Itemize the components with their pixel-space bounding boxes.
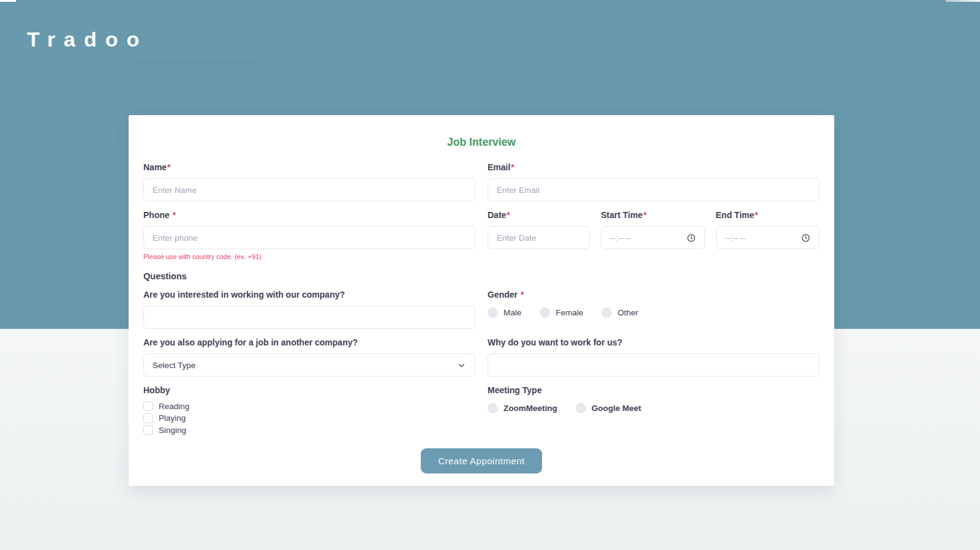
required-asterisk: *: [511, 162, 514, 172]
checkbox-icon[interactable]: [143, 401, 153, 411]
phone-input[interactable]: [143, 226, 475, 249]
checkbox-icon[interactable]: [143, 413, 153, 423]
submit-row: Create Appointment: [143, 448, 820, 473]
gender-field-group: Gender* Male Female Other: [488, 290, 820, 329]
hobby-checkbox-reading[interactable]: Reading: [143, 401, 475, 411]
radio-icon[interactable]: [601, 307, 612, 318]
meeting-type-label: Meeting Type: [488, 385, 820, 395]
why-work-question-group: Why do you want to work for us?: [488, 337, 820, 377]
date-field-group: Date* Enter Date: [488, 210, 590, 249]
clock-icon: [801, 233, 810, 243]
checkbox-icon[interactable]: [143, 425, 153, 435]
hobby-options: Reading Playing Singing: [143, 401, 475, 435]
other-company-select[interactable]: Select Type: [143, 353, 475, 377]
job-interview-form-card: Job Interview Name* Email* Phone* Please…: [129, 115, 834, 486]
start-time-label: Start Time*: [601, 210, 705, 220]
required-asterisk: *: [167, 162, 170, 172]
phone-field-group: Phone* Please use with country code. (ex…: [143, 210, 475, 260]
radio-icon[interactable]: [488, 307, 498, 318]
email-input[interactable]: [488, 178, 820, 202]
hobby-checkbox-playing[interactable]: Playing: [143, 413, 475, 423]
hobby-checkbox-singing[interactable]: Singing: [143, 425, 475, 435]
hobby-label: Hobby: [143, 385, 475, 395]
name-label: Name*: [143, 162, 475, 172]
email-field-group: Email*: [488, 162, 820, 202]
why-work-question-input[interactable]: [488, 353, 820, 377]
other-company-question-label: Are you also applying for a job in anoth…: [143, 337, 475, 347]
other-company-question-group: Are you also applying for a job in anoth…: [143, 337, 475, 377]
email-label: Email*: [488, 162, 820, 172]
meeting-type-radio-google-meet[interactable]: Google Meet: [576, 403, 641, 413]
datetime-field-group: Date* Enter Date Start Time* --:-- --: [488, 210, 820, 260]
chevron-down-icon: [457, 361, 466, 370]
start-time-field-group: Start Time* --:-- --: [601, 210, 705, 249]
form-title: Job Interview: [143, 136, 820, 149]
interest-question-group: Are you interested in working with our c…: [143, 290, 475, 329]
required-asterisk: *: [507, 210, 510, 220]
meeting-type-radio-zoommeeting[interactable]: ZoomMeeting: [488, 403, 557, 413]
meeting-type-options: ZoomMeeting Google Meet: [488, 403, 820, 413]
end-time-input[interactable]: --:-- --: [716, 226, 820, 249]
nav-divider: [136, 62, 257, 63]
form-grid: Name* Email* Phone* Please use with coun…: [143, 162, 820, 435]
gender-radio-female[interactable]: Female: [540, 307, 583, 318]
hobby-field-group: Hobby Reading Playing Singing: [143, 385, 475, 435]
end-time-label: End Time*: [716, 210, 820, 220]
phone-label: Phone*: [143, 210, 475, 220]
radio-icon[interactable]: [576, 403, 586, 413]
page-edge-artifact-right: [946, 0, 980, 2]
radio-icon[interactable]: [540, 307, 550, 318]
gender-options: Male Female Other: [488, 307, 820, 318]
required-asterisk: *: [755, 210, 758, 220]
phone-helper-text: Please use with country code. (ex. +91): [143, 253, 475, 260]
end-time-field-group: End Time* --:-- --: [716, 210, 820, 249]
date-label: Date*: [488, 210, 590, 220]
why-work-question-label: Why do you want to work for us?: [488, 337, 820, 347]
page-edge-artifact-left: [0, 0, 16, 2]
name-field-group: Name*: [143, 162, 475, 202]
interest-question-input[interactable]: [143, 306, 475, 329]
required-asterisk: *: [173, 210, 176, 220]
required-asterisk: *: [521, 290, 524, 299]
date-input[interactable]: Enter Date: [488, 226, 590, 249]
radio-icon[interactable]: [488, 403, 498, 413]
spacer: [488, 269, 820, 281]
brand-logo: Tradoo: [27, 27, 148, 52]
name-input[interactable]: [143, 178, 475, 202]
questions-heading: Questions: [143, 271, 475, 281]
gender-radio-male[interactable]: Male: [488, 307, 521, 318]
clock-icon: [687, 233, 696, 243]
start-time-input[interactable]: --:-- --: [601, 226, 705, 249]
interest-question-label: Are you interested in working with our c…: [143, 290, 475, 299]
required-asterisk: *: [643, 210, 646, 220]
create-appointment-button[interactable]: Create Appointment: [421, 448, 542, 473]
gender-label: Gender*: [488, 290, 820, 299]
meeting-type-field-group: Meeting Type ZoomMeeting Google Meet: [488, 385, 820, 435]
gender-radio-other[interactable]: Other: [601, 307, 638, 318]
